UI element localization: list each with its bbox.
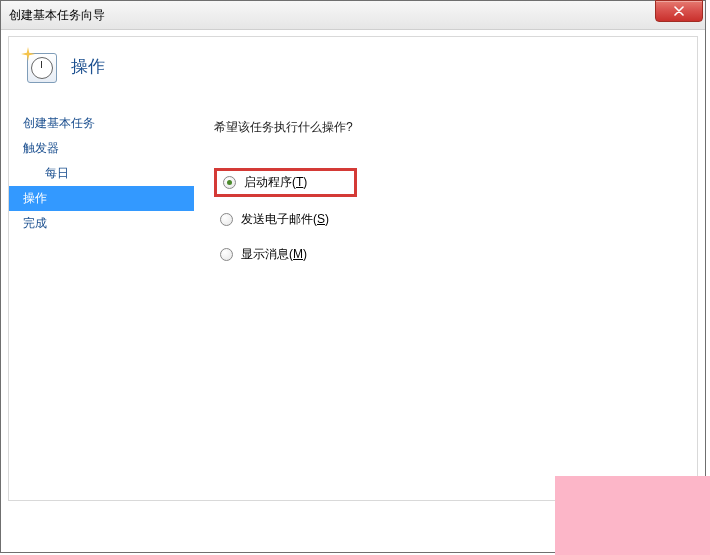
client-area: 操作 创建基本任务 触发器 每日 操作 完成 希望该任务执行什么操作? 启动程序… — [1, 30, 705, 552]
radio-label-start-program: 启动程序(T) — [244, 174, 307, 191]
sparkle-icon — [21, 47, 35, 61]
radio-label-show-message: 显示消息(M) — [241, 246, 307, 263]
wizard-body: 创建基本任务 触发器 每日 操作 完成 希望该任务执行什么操作? 启动程序(T) — [9, 101, 697, 500]
radio-dot-icon — [220, 213, 233, 226]
wizard-sidebar: 创建基本任务 触发器 每日 操作 完成 — [9, 101, 194, 500]
wizard-window: 创建基本任务向导 操作 创建基本任务 触发器 — [0, 0, 706, 553]
close-button[interactable] — [655, 0, 703, 22]
titlebar: 创建基本任务向导 — [1, 1, 705, 30]
sidebar-item-action[interactable]: 操作 — [9, 186, 194, 211]
radio-dot-icon — [220, 248, 233, 261]
inner-frame: 操作 创建基本任务 触发器 每日 操作 完成 希望该任务执行什么操作? 启动程序… — [8, 36, 698, 501]
wizard-content: 希望该任务执行什么操作? 启动程序(T) 发送电子邮件(S) — [194, 101, 697, 500]
radio-show-message[interactable]: 显示消息(M) — [214, 242, 313, 267]
page-title: 操作 — [71, 55, 105, 78]
wizard-header: 操作 — [9, 37, 697, 101]
action-prompt: 希望该任务执行什么操作? — [214, 119, 677, 136]
wizard-clock-icon — [23, 49, 57, 83]
sidebar-item-create-basic-task[interactable]: 创建基本任务 — [9, 111, 194, 136]
window-title: 创建基本任务向导 — [9, 7, 105, 24]
radio-send-email[interactable]: 发送电子邮件(S) — [214, 207, 335, 232]
close-icon — [674, 6, 684, 16]
radio-label-send-email: 发送电子邮件(S) — [241, 211, 329, 228]
radio-start-program[interactable]: 启动程序(T) — [214, 168, 357, 197]
sidebar-item-finish[interactable]: 完成 — [9, 211, 194, 236]
sidebar-item-trigger[interactable]: 触发器 — [9, 136, 194, 161]
overlay-block — [555, 476, 710, 555]
sidebar-item-daily[interactable]: 每日 — [9, 161, 194, 186]
radio-dot-icon — [223, 176, 236, 189]
